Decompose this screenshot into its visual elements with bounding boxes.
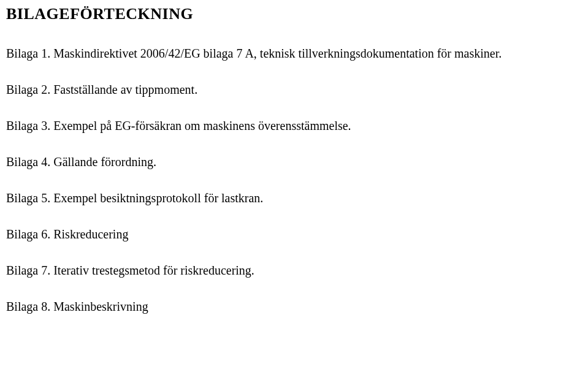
document-page: BILAGEFÖRTECKNING Bilaga 1. Maskindirekt… [0, 0, 588, 327]
list-item: Bilaga 4. Gällande förordning. [6, 154, 576, 170]
list-item: Bilaga 5. Exempel besiktningsprotokoll f… [6, 190, 576, 207]
list-item: Bilaga 8. Maskinbeskrivning [6, 298, 576, 315]
list-item: Bilaga 1. Maskindirektivet 2006/42/EG bi… [6, 45, 576, 62]
list-item: Bilaga 7. Iterativ trestegsmetod för ris… [6, 262, 576, 279]
list-item: Bilaga 2. Fastställande av tippmoment. [6, 82, 576, 98]
list-item: Bilaga 6. Riskreducering [6, 226, 576, 243]
page-title: BILAGEFÖRTECKNING [6, 5, 576, 23]
list-item: Bilaga 3. Exempel på EG-försäkran om mas… [6, 118, 576, 134]
